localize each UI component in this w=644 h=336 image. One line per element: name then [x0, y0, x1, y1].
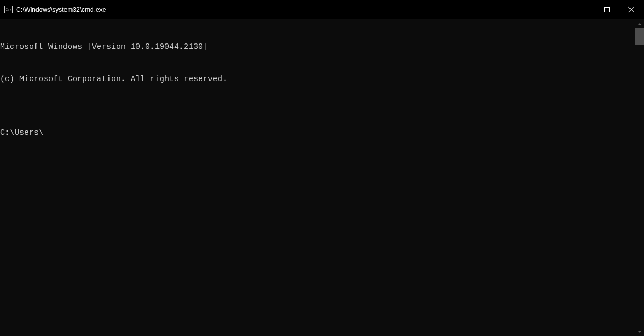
- window-title: C:\Windows\system32\cmd.exe: [16, 6, 106, 13]
- title-left: C:\Windows\system32\cmd.exe: [4, 6, 106, 13]
- close-icon: [628, 6, 635, 13]
- minimize-button[interactable]: [570, 0, 595, 19]
- vertical-scrollbar[interactable]: [635, 19, 644, 336]
- scrollbar-thumb[interactable]: [635, 28, 644, 45]
- window-controls: [570, 0, 644, 19]
- maximize-icon: [604, 7, 610, 12]
- scroll-up-arrow-icon[interactable]: [635, 19, 644, 28]
- minimize-icon: [580, 10, 585, 10]
- close-button[interactable]: [619, 0, 644, 19]
- maximize-button[interactable]: [595, 0, 619, 19]
- terminal-area[interactable]: Microsoft Windows [Version 10.0.19044.21…: [0, 19, 644, 336]
- scroll-down-arrow-icon[interactable]: [635, 327, 644, 336]
- title-bar[interactable]: C:\Windows\system32\cmd.exe: [0, 0, 644, 19]
- terminal-output-line: (c) Microsoft Corporation. All rights re…: [0, 74, 644, 85]
- cmd-icon: [4, 6, 13, 13]
- terminal-prompt: C:\Users\: [0, 128, 644, 138]
- terminal-content: Microsoft Windows [Version 10.0.19044.21…: [0, 19, 644, 160]
- terminal-output-line: Microsoft Windows [Version 10.0.19044.21…: [0, 42, 644, 53]
